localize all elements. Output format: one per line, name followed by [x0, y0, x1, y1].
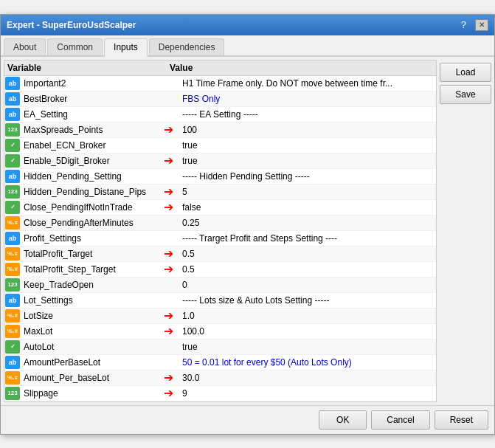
inputs-table: Variable Value abImportant2H1 Time Frame…	[4, 60, 437, 402]
row-variable-name: Lot_Settings	[21, 294, 157, 307]
table-row[interactable]: %.#Close_PendingAfterMinutes0.25	[4, 216, 436, 231]
row-type-icon: ✓	[5, 340, 20, 354]
row-type-icon: %.#	[5, 309, 20, 323]
row-variable-name: TotalProfit_Step_Target	[21, 263, 157, 276]
row-variable-name: EA_Setting	[21, 108, 157, 121]
row-value[interactable]: 100	[179, 123, 436, 137]
row-value[interactable]: ----- Trarget Profit and Steps Setting -…	[179, 232, 436, 245]
table-row[interactable]: abBestBrokerFBS Only	[4, 92, 436, 107]
row-variable-name: Amount_Per_baseLot	[21, 371, 157, 385]
table-row[interactable]: abHidden_Pending_Setting----- Hidden Pen…	[4, 169, 436, 185]
table-row[interactable]: abProfit_Settings----- Trarget Profit an…	[4, 231, 436, 247]
row-value[interactable]: 9	[179, 387, 436, 400]
row-variable-name: AutoLot	[21, 340, 157, 354]
row-value[interactable]: 0.5	[179, 263, 436, 276]
row-value[interactable]: H1 Time Frame only. Do NOT move between …	[179, 77, 436, 90]
table-row[interactable]: 123Hidden_Pending_Distane_Pips➔5	[4, 185, 436, 200]
row-arrow-indicator: ➔	[157, 154, 179, 168]
title-controls: ? ✕	[461, 19, 488, 31]
table-row[interactable]: %.#LotSize➔1.0	[4, 309, 436, 324]
row-variable-name: MaxSpreads_Points	[21, 123, 157, 137]
row-variable-name: Enable_5Digit_Broker	[21, 154, 157, 168]
reset-button[interactable]: Reset	[435, 410, 488, 430]
row-variable-name: Close_PendingAfterMinutes	[21, 216, 157, 230]
save-button[interactable]: Save	[440, 85, 491, 104]
row-type-icon: %.#	[5, 371, 20, 385]
table-row[interactable]: %.#TotalProfit_Target➔0.5	[4, 247, 436, 262]
row-variable-name: Hidden_Pending_Setting	[21, 170, 157, 183]
window-title: Expert - SuperEuroUsdScalper	[7, 20, 136, 30]
row-arrow-indicator: ➔	[157, 262, 179, 276]
row-value[interactable]: 100.0	[179, 325, 436, 338]
table-row[interactable]: abAmountPerBaseLot50 = 0.01 lot for ever…	[4, 355, 436, 371]
row-value[interactable]: ----- Hidden Pending Setting -----	[179, 170, 436, 183]
row-arrow-indicator: ➔	[157, 247, 179, 261]
row-value[interactable]: ----- EA Setting -----	[179, 108, 436, 121]
bottom-bar: OK Cancel Reset	[1, 405, 494, 434]
tab-about[interactable]: About	[4, 38, 46, 55]
row-type-icon: ab	[5, 356, 20, 369]
table-row[interactable]: ✓AutoLottrue	[4, 340, 436, 355]
row-value[interactable]: 1.0	[179, 309, 436, 323]
side-buttons: Load Save	[440, 60, 491, 402]
row-variable-name: TotalProfit_Target	[21, 247, 157, 261]
row-arrow-indicator: ➔	[157, 200, 179, 214]
row-type-icon: ✓	[5, 139, 20, 152]
ok-button[interactable]: OK	[319, 410, 367, 430]
row-type-icon: %.#	[5, 263, 20, 276]
table-row[interactable]: 123MaxSpreads_Points➔100	[4, 123, 436, 138]
table-row[interactable]: %.#TotalProfit_Step_Target➔0.5	[4, 262, 436, 278]
cancel-button[interactable]: Cancel	[371, 410, 429, 430]
row-value[interactable]: 30.0	[179, 371, 436, 385]
row-type-icon: ✓	[5, 154, 20, 168]
tab-common[interactable]: Common	[47, 38, 103, 55]
table-row[interactable]: %.#Amount_Per_baseLot➔30.0	[4, 371, 436, 386]
row-type-icon: ab	[5, 108, 20, 121]
row-value[interactable]: 0	[179, 278, 436, 292]
table-row[interactable]: 123Slippage➔9	[4, 386, 436, 402]
row-arrow-indicator: ➔	[157, 386, 179, 400]
tab-dependencies[interactable]: Dependencies	[149, 38, 225, 55]
row-type-icon: ab	[5, 294, 20, 307]
row-variable-name: Enabel_ECN_Broker	[21, 139, 157, 152]
row-type-icon: 123	[5, 185, 20, 199]
tab-inputs[interactable]: Inputs	[104, 38, 148, 57]
close-button[interactable]: ✕	[475, 19, 488, 31]
row-type-icon: ab	[5, 232, 20, 245]
row-value[interactable]: true	[179, 154, 436, 168]
load-button[interactable]: Load	[440, 63, 491, 82]
table-row[interactable]: %.#MaxLot➔100.0	[4, 324, 436, 340]
row-type-icon: %.#	[5, 247, 20, 261]
row-type-icon: %.#	[5, 216, 20, 230]
row-value[interactable]: 0.25	[179, 216, 436, 230]
row-variable-name: Slippage	[21, 387, 157, 400]
row-value[interactable]: FBS Only	[179, 92, 436, 106]
help-button[interactable]: ?	[461, 19, 466, 31]
row-value[interactable]: 0.5	[179, 247, 436, 261]
table-row[interactable]: ✓Enabel_ECN_Brokertrue	[4, 138, 436, 154]
row-type-icon: ab	[5, 92, 20, 106]
table-row[interactable]: abLot_Settings----- Lots size & Auto Lot…	[4, 293, 436, 309]
table-row[interactable]: ✓Enable_5Digit_Broker➔true	[4, 154, 436, 169]
row-type-icon: ab	[5, 77, 20, 90]
row-value[interactable]: 50 = 0.01 lot for every $50 (Auto Lots O…	[179, 356, 436, 369]
table-row[interactable]: ✓Close_PendingIfNotInTrade➔false	[4, 200, 436, 216]
row-value[interactable]: false	[179, 201, 436, 214]
row-variable-name: AmountPerBaseLot	[21, 356, 157, 369]
row-variable-name: BestBroker	[21, 92, 157, 106]
row-value[interactable]: ----- Lots size & Auto Lots Setting ----…	[179, 294, 436, 307]
table-body: abImportant2H1 Time Frame only. Do NOT m…	[4, 76, 436, 402]
row-arrow-indicator: ➔	[157, 123, 179, 137]
row-arrow-indicator: ➔	[157, 309, 179, 323]
content-area: Variable Value abImportant2H1 Time Frame…	[1, 57, 494, 405]
row-value[interactable]: true	[179, 139, 436, 152]
title-bar: Expert - SuperEuroUsdScalper ? ✕	[1, 15, 494, 35]
col-header-variable: Variable	[7, 63, 170, 73]
table-row[interactable]: 123Keep_TradeOpen0	[4, 278, 436, 293]
row-variable-name: Close_PendingIfNotInTrade	[21, 201, 157, 214]
row-value[interactable]: 5	[179, 185, 436, 199]
table-row[interactable]: abImportant2H1 Time Frame only. Do NOT m…	[4, 76, 436, 92]
row-value[interactable]: true	[179, 340, 436, 354]
row-variable-name: Profit_Settings	[21, 232, 157, 245]
table-row[interactable]: abEA_Setting----- EA Setting -----	[4, 107, 436, 123]
